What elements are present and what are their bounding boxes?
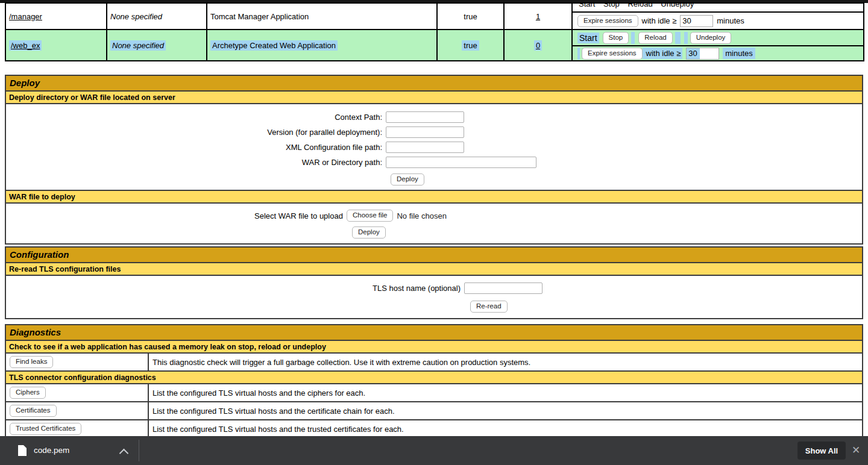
- downloads-bar-divider: [139, 440, 139, 461]
- deploy-server-header: Deploy directory or WAR file located on …: [6, 90, 862, 103]
- war-directory-label: WAR or Directory path:: [6, 158, 386, 167]
- context-path-input[interactable]: [386, 111, 464, 123]
- download-item-chip[interactable]: code.pem: [0, 436, 139, 465]
- close-icon[interactable]: ✕: [850, 444, 862, 457]
- trusted-certificates-description: List the configured TLS virtual hosts an…: [149, 420, 862, 437]
- webex-running: true: [462, 40, 479, 51]
- version-input[interactable]: [386, 126, 464, 138]
- certificates-row: Certificates List the configured TLS vir…: [6, 401, 862, 419]
- selection-fragment: [675, 32, 681, 44]
- tls-host-name-input[interactable]: [464, 282, 542, 294]
- webex-app-link[interactable]: /web_ex: [9, 40, 42, 51]
- table-row-webex: /web_ex None specified Archetype Created…: [5, 30, 864, 61]
- chevron-up-icon[interactable]: [121, 449, 127, 455]
- reread-button[interactable]: Re-read: [470, 301, 508, 313]
- manager-version: None specified: [107, 3, 207, 30]
- war-upload-header: WAR file to deploy: [6, 190, 862, 202]
- xml-config-input[interactable]: [386, 142, 464, 153]
- manager-undeploy-label: Undeploy: [661, 4, 694, 8]
- diagnostics-section: Diagnostics Check to see if a web applic…: [5, 324, 863, 438]
- webex-start-label: Start: [577, 33, 599, 43]
- selection-fragment: [684, 32, 688, 44]
- tls-connector-header: TLS connector configuration diagnostics: [6, 370, 862, 383]
- ciphers-row: Ciphers List the configured TLS virtual …: [6, 383, 862, 401]
- configuration-section: Configuration Re-read TLS configuration …: [5, 246, 863, 319]
- show-all-button[interactable]: Show All: [797, 442, 846, 460]
- idle-text: with idle ≥: [642, 16, 677, 25]
- trusted-certificates-button[interactable]: Trusted Certificates: [10, 423, 81, 435]
- webex-idle-minutes-input[interactable]: [686, 48, 719, 60]
- deploy-upload-button[interactable]: Deploy: [352, 226, 386, 239]
- context-path-label: Context Path:: [6, 113, 386, 122]
- ciphers-description: List the configured TLS virtual hosts an…: [149, 384, 862, 401]
- manager-running: true: [437, 3, 504, 30]
- no-file-chosen-text: No file chosen: [397, 211, 446, 220]
- webex-reload-button[interactable]: Reload: [638, 32, 672, 44]
- webex-sessions-link[interactable]: 0: [534, 40, 542, 51]
- minutes-text: minutes: [717, 16, 744, 25]
- memory-leak-header: Check to see if a web application has ca…: [6, 340, 862, 352]
- war-directory-input[interactable]: [386, 157, 536, 168]
- manager-sessions-link[interactable]: 1: [536, 12, 540, 21]
- certificates-button[interactable]: Certificates: [10, 405, 57, 417]
- webex-stop-button[interactable]: Stop: [603, 32, 629, 44]
- find-leaks-description: This diagnostic check will trigger a ful…: [149, 354, 862, 370]
- webex-display-name: Archetype Created Web Application: [210, 40, 338, 51]
- file-icon: [18, 445, 27, 456]
- manager-stop-label: Stop: [603, 4, 620, 8]
- downloads-bar: code.pem Show All ✕: [0, 436, 868, 465]
- webex-expire-row: Expire sessions with idle ≥ minutes: [573, 45, 863, 60]
- xml-config-label: XML Configuration file path:: [6, 143, 386, 152]
- manager-start-label: Start: [579, 4, 595, 8]
- webex-commands: Start Stop Reload Undeploy: [573, 30, 863, 45]
- configuration-section-title: Configuration: [6, 248, 862, 262]
- idle-text: with idle ≥: [643, 48, 683, 59]
- ciphers-button[interactable]: Ciphers: [10, 387, 46, 399]
- table-row-manager: /manager None specified Tomcat Manager A…: [5, 3, 864, 30]
- download-filename: code.pem: [34, 436, 69, 465]
- deploy-section-title: Deploy: [6, 76, 862, 90]
- deploy-section: Deploy Deploy directory or WAR file loca…: [5, 75, 863, 245]
- webex-expire-sessions-button[interactable]: Expire sessions: [582, 48, 643, 60]
- manager-display-name: Tomcat Manager Application: [207, 3, 437, 30]
- select-war-label: Select WAR file to upload: [254, 211, 343, 220]
- manager-expire-sessions-button[interactable]: Expire sessions: [577, 15, 638, 27]
- deploy-server-button[interactable]: Deploy: [391, 173, 424, 186]
- manager-idle-minutes-input[interactable]: [680, 15, 713, 27]
- manager-commands: Start Stop Reload Undeploy: [573, 4, 863, 11]
- selection-fragment: [631, 32, 635, 44]
- tls-host-name-label: TLS host name (optional): [6, 284, 464, 293]
- certificates-description: List the configured TLS virtual hosts an…: [149, 402, 862, 419]
- selection-fragment: [577, 48, 580, 60]
- version-label: Version (for parallel deployment):: [6, 128, 386, 137]
- minutes-text: minutes: [723, 48, 755, 59]
- trusted-certificates-row: Trusted Certificates List the configured…: [6, 419, 862, 437]
- diagnostics-section-title: Diagnostics: [6, 325, 862, 340]
- find-leaks-row: Find leaks This diagnostic check will tr…: [6, 352, 862, 370]
- manager-expire-row: Expire sessions with idle ≥ minutes: [573, 11, 863, 29]
- tls-reread-header: Re-read TLS configuration files: [6, 262, 862, 275]
- applications-table: /manager None specified Tomcat Manager A…: [5, 2, 864, 61]
- webex-version: None specified: [110, 40, 166, 51]
- manager-app-link[interactable]: /manager: [9, 12, 42, 21]
- webex-undeploy-button[interactable]: Undeploy: [690, 32, 732, 44]
- manager-reload-label: Reload: [627, 4, 652, 8]
- choose-file-button[interactable]: Choose file: [347, 210, 394, 222]
- find-leaks-button[interactable]: Find leaks: [10, 356, 53, 368]
